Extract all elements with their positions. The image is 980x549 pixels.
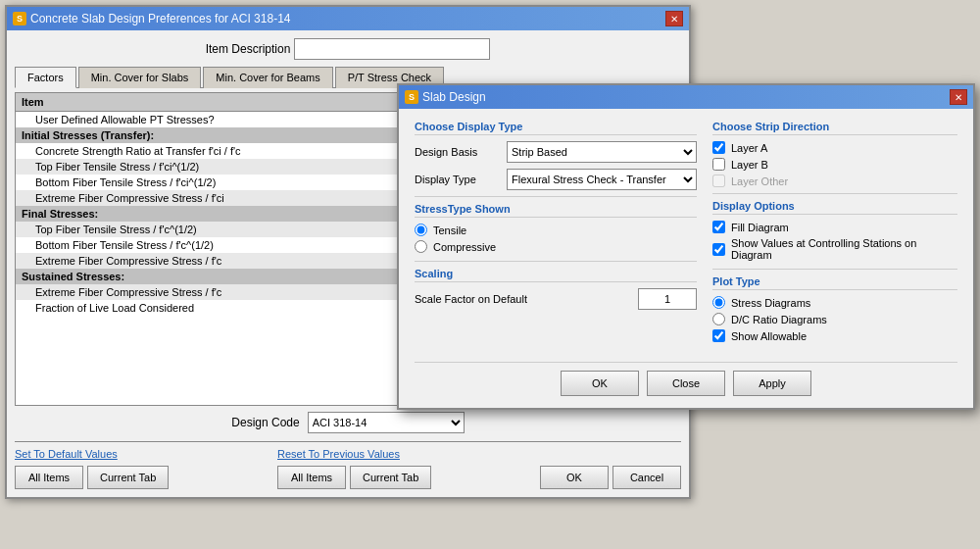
show-allowable-label: Show Allowable xyxy=(731,330,807,342)
layer-a-label: Layer A xyxy=(731,142,767,154)
compressive-radio[interactable] xyxy=(415,240,427,253)
design-basis-select[interactable]: Strip Based xyxy=(507,141,697,163)
set-default-all-items-button[interactable]: All Items xyxy=(15,466,83,489)
design-code-select[interactable]: ACI 318-14 xyxy=(308,412,465,433)
main-ok-button[interactable]: OK xyxy=(540,466,609,489)
dc-ratio-radio[interactable] xyxy=(712,313,725,325)
show-values-label: Show Values at Controlling Stations on D… xyxy=(731,237,957,261)
stress-diagrams-label: Stress Diagrams xyxy=(731,297,810,309)
slab-dialog: S Slab Design ✕ Choose Display Type Desi… xyxy=(397,83,975,410)
compressive-label: Compressive xyxy=(433,241,496,253)
reset-prev-current-tab-button[interactable]: Current Tab xyxy=(350,466,431,489)
display-type-label: Display Type xyxy=(415,174,503,185)
main-dialog-close-button[interactable]: ✕ xyxy=(665,11,683,26)
plot-type-title: Plot Type xyxy=(712,275,957,290)
reset-prev-label[interactable]: Reset To Previous Values xyxy=(277,448,431,460)
tensile-label: Tensile xyxy=(433,225,466,236)
item-desc-label: Item Description xyxy=(206,42,291,56)
show-allowable-checkbox[interactable] xyxy=(712,329,725,342)
slab-dialog-titlebar: S Slab Design ✕ xyxy=(399,85,973,109)
tab-factors[interactable]: Factors xyxy=(15,67,76,88)
slab-dialog-title: Slab Design xyxy=(422,90,486,104)
display-options-title: Display Options xyxy=(712,200,957,215)
dc-ratio-label: D/C Ratio Diagrams xyxy=(731,314,827,325)
main-cancel-button[interactable]: Cancel xyxy=(612,466,681,489)
slab-app-icon: S xyxy=(405,90,418,104)
tab-min-cover-slabs[interactable]: Min. Cover for Slabs xyxy=(78,67,202,88)
fill-diagram-label: Fill Diagram xyxy=(731,222,789,233)
layer-b-checkbox[interactable] xyxy=(712,158,725,171)
display-type-select[interactable]: Flexural Stress Check - Transfer xyxy=(507,169,697,190)
slab-dialog-close-button[interactable]: ✕ xyxy=(950,89,967,105)
fill-diagram-checkbox[interactable] xyxy=(712,221,725,233)
app-icon: S xyxy=(13,12,26,25)
stresstype-title: StressType Shown xyxy=(415,203,697,218)
choose-display-type-title: Choose Display Type xyxy=(415,121,697,135)
slab-apply-button[interactable]: Apply xyxy=(733,371,811,396)
tensile-radio[interactable] xyxy=(415,224,427,236)
strip-direction-title: Choose Strip Direction xyxy=(712,121,957,135)
main-dialog-titlebar: S Concrete Slab Design Preferences for A… xyxy=(7,7,689,30)
set-default-current-tab-button[interactable]: Current Tab xyxy=(87,466,169,489)
layer-b-label: Layer B xyxy=(731,159,768,171)
scale-factor-input[interactable] xyxy=(638,288,697,310)
tab-min-cover-beams[interactable]: Min. Cover for Beams xyxy=(203,67,332,88)
reset-prev-all-items-button[interactable]: All Items xyxy=(277,466,346,489)
layer-a-checkbox[interactable] xyxy=(712,141,725,154)
design-code-label: Design Code xyxy=(231,416,299,429)
item-desc-input[interactable] xyxy=(294,38,490,60)
slab-ok-button[interactable]: OK xyxy=(561,371,639,396)
stress-diagrams-radio[interactable] xyxy=(712,296,725,309)
main-dialog-title: Concrete Slab Design Preferences for ACI… xyxy=(30,12,290,25)
scaling-title: Scaling xyxy=(415,268,697,282)
show-values-checkbox[interactable] xyxy=(712,243,725,256)
slab-close-button[interactable]: Close xyxy=(647,371,725,396)
layer-other-label: Layer Other xyxy=(731,175,788,187)
layer-other-checkbox[interactable] xyxy=(712,175,725,187)
design-basis-label: Design Basis xyxy=(415,146,503,158)
scale-factor-label: Scale Factor on Default xyxy=(415,293,630,305)
set-default-label[interactable]: Set To Default Values xyxy=(15,448,169,460)
